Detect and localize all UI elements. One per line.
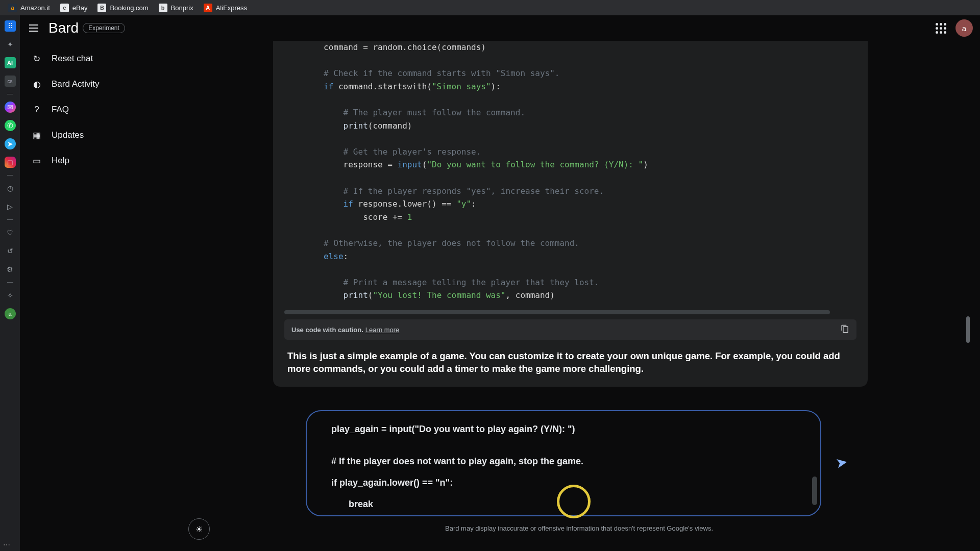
- nav-label: Help: [52, 156, 69, 166]
- bookmark-label: eBay: [72, 4, 88, 12]
- main-column: command = random.choice(commands) # Chec…: [178, 41, 980, 551]
- divider: [7, 219, 13, 220]
- help-circle-icon: ?: [31, 104, 42, 115]
- clock-icon[interactable]: ◷: [5, 183, 16, 194]
- app-icon[interactable]: cs: [5, 76, 16, 87]
- nav-updates[interactable]: ▦ Updates: [20, 122, 178, 148]
- sparkle-icon[interactable]: ✧: [5, 290, 16, 301]
- bookmark-label: Amazon.it: [20, 4, 50, 12]
- sun-icon: ☀: [195, 524, 203, 534]
- nav-label: Reset chat: [52, 54, 93, 64]
- theme-toggle-button[interactable]: ☀: [188, 518, 210, 540]
- response-summary: This is just a simple example of a game.…: [273, 340, 868, 378]
- gear-icon[interactable]: ⚙: [5, 264, 16, 275]
- copy-code-button[interactable]: [841, 324, 849, 335]
- menu-button[interactable]: [27, 21, 41, 35]
- code-horizontal-scrollbar[interactable]: [284, 310, 830, 314]
- dots-grid-icon[interactable]: ⠿: [5, 20, 16, 32]
- chat-icon: ▭: [31, 155, 42, 166]
- telegram-icon[interactable]: ➤: [5, 138, 16, 149]
- bookmark-label: Booking.com: [110, 4, 148, 12]
- bookmark-aliexpress[interactable]: A AliExpress: [200, 2, 251, 14]
- experiment-badge: Experiment: [83, 23, 125, 33]
- os-sidebar: ⠿ ✦ AI cs ✉ ✆ ➤ ◻ ◷ ▷ ♡ ↺ ⚙ ✧ a ⋯: [0, 15, 20, 551]
- page-vertical-scrollbar[interactable]: [966, 316, 970, 343]
- brand-title: Bard: [48, 20, 79, 36]
- prompt-vertical-scrollbar[interactable]: [812, 477, 817, 505]
- favicon-icon: A: [204, 4, 212, 12]
- code-block[interactable]: command = random.choice(commands) # Chec…: [273, 41, 868, 314]
- response-card: command = random.choice(commands) # Chec…: [273, 41, 868, 387]
- activity-icon: ◐: [31, 79, 42, 90]
- nav-label: Bard Activity: [52, 79, 100, 89]
- favicon-icon: B: [97, 4, 106, 12]
- favicon-icon: a: [8, 4, 17, 12]
- prompt-input[interactable]: play_again = input("Do you want to play …: [306, 410, 821, 516]
- disclaimer-text: Bard may display inaccurate or offensive…: [178, 524, 980, 532]
- bookmark-amazon[interactable]: a Amazon.it: [4, 2, 54, 14]
- history-icon[interactable]: ↺: [5, 245, 16, 257]
- divider: [7, 94, 13, 94]
- user-avatar[interactable]: a: [955, 19, 973, 37]
- nav-reset-chat[interactable]: ↻ Reset chat: [20, 46, 178, 71]
- learn-more-link[interactable]: Learn more: [365, 326, 399, 334]
- bookmark-bonprix[interactable]: b Bonprix: [155, 2, 198, 14]
- nav-faq[interactable]: ? FAQ: [20, 97, 178, 122]
- avatar-icon[interactable]: a: [5, 308, 16, 319]
- favicon-icon: e: [60, 4, 69, 12]
- reset-icon: ↻: [31, 53, 42, 64]
- bookmark-ebay[interactable]: e eBay: [56, 2, 92, 14]
- app-icon[interactable]: AI: [5, 57, 16, 68]
- bookmark-label: Bonprix: [171, 4, 193, 12]
- divider: [7, 175, 13, 176]
- bookmark-label: AliExpress: [216, 4, 247, 12]
- nav-help[interactable]: ▭ Help: [20, 148, 178, 173]
- more-icon[interactable]: ⋯: [3, 541, 11, 549]
- nav-label: FAQ: [52, 105, 69, 115]
- instagram-icon[interactable]: ◻: [5, 157, 16, 168]
- app: Bard Experiment a ↻ Reset chat ◐ Bard Ac…: [20, 15, 980, 551]
- side-nav: ↻ Reset chat ◐ Bard Activity ? FAQ ▦ Upd…: [20, 41, 178, 551]
- nav-activity[interactable]: ◐ Bard Activity: [20, 71, 178, 97]
- play-icon[interactable]: ▷: [5, 201, 16, 212]
- app-header: Bard Experiment a: [20, 15, 980, 41]
- app-icon[interactable]: ✦: [5, 39, 16, 50]
- send-button[interactable]: ➤: [834, 453, 848, 471]
- whatsapp-icon[interactable]: ✆: [5, 120, 16, 131]
- bookmark-booking[interactable]: B Booking.com: [93, 2, 152, 14]
- messenger-icon[interactable]: ✉: [5, 102, 16, 113]
- nav-label: Updates: [52, 130, 84, 140]
- apps-grid-icon[interactable]: [936, 23, 946, 34]
- code-caution-bar: Use code with caution. Learn more: [284, 319, 856, 340]
- divider: [7, 282, 13, 283]
- calendar-icon: ▦: [31, 130, 42, 141]
- caution-text: Use code with caution.: [291, 326, 363, 334]
- prompt-content[interactable]: play_again = input("Do you want to play …: [318, 418, 809, 508]
- heart-icon[interactable]: ♡: [5, 227, 16, 238]
- favicon-icon: b: [159, 4, 167, 12]
- bookmarks-bar: a Amazon.it e eBay B Booking.com b Bonpr…: [0, 0, 980, 15]
